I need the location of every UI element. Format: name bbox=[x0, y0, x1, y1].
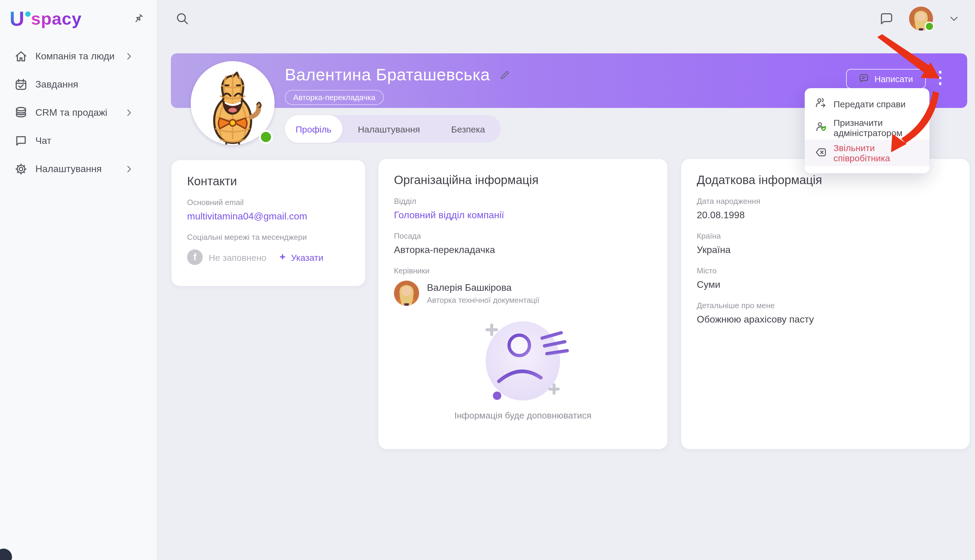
topbar-chat-icon[interactable] bbox=[879, 12, 893, 26]
about-label: Детальніше про мене bbox=[697, 301, 954, 310]
peanut-avatar-illustration bbox=[197, 70, 268, 145]
sidebar-item-crm[interactable]: CRM та продажі bbox=[0, 98, 157, 127]
manager-name: Валерія Башкірова bbox=[427, 282, 539, 293]
about-value: Обожнюю арахісову пасту bbox=[697, 314, 954, 325]
sidebar-item-company-people[interactable]: Компанія та люди bbox=[0, 42, 157, 70]
sidebar-item-label: Компанія та люди bbox=[35, 51, 115, 62]
menu-item-label: Звільнити співробітника bbox=[833, 143, 930, 163]
menu-item-dismiss-employee[interactable]: Звільнити співробітника bbox=[805, 140, 930, 166]
search-icon[interactable] bbox=[175, 12, 190, 26]
chevron-right-icon bbox=[124, 51, 134, 61]
department-link[interactable]: Головний відділ компанії bbox=[394, 210, 652, 221]
empty-state-illustration bbox=[463, 314, 583, 405]
card-title: Організаційна інформація bbox=[394, 173, 652, 187]
sidebar-item-label: Чат bbox=[35, 135, 51, 146]
role-badge: Авторка-перекладачка bbox=[285, 90, 384, 105]
sidebar-item-label: Налаштування bbox=[35, 163, 102, 174]
plus-icon: + bbox=[280, 251, 286, 263]
menu-item-transfer-cases[interactable]: Передати справи bbox=[805, 92, 930, 116]
sidebar-item-chat[interactable]: Чат bbox=[0, 127, 157, 155]
empty-state-caption: Інформація буде доповнюватися bbox=[394, 410, 652, 420]
dismiss-backspace-icon bbox=[815, 146, 827, 160]
chevron-right-icon bbox=[124, 108, 134, 117]
position-label: Посада bbox=[394, 232, 652, 240]
contacts-card: Контакти Основний email multivitamina04@… bbox=[172, 160, 365, 286]
birth-value: 20.08.1998 bbox=[697, 210, 954, 221]
sidebar: U spacy Компанія та люди bbox=[0, 0, 157, 560]
online-status-dot bbox=[925, 22, 934, 31]
write-button-label: Написати bbox=[875, 74, 913, 83]
message-icon bbox=[859, 73, 869, 85]
sidebar-nav: Компанія та люди Завдання CRM та продажі bbox=[0, 42, 157, 183]
chevron-right-icon bbox=[124, 164, 134, 173]
social-empty-text: Не заповнено bbox=[209, 252, 267, 262]
sidebar-item-settings[interactable]: Налаштування bbox=[0, 155, 157, 183]
sidebar-item-label: Завдання bbox=[35, 79, 78, 90]
email-link[interactable]: multivitamina04@gmail.com bbox=[187, 211, 350, 222]
uspacy-logo[interactable]: U spacy bbox=[10, 8, 82, 29]
country-label: Країна bbox=[697, 232, 954, 240]
employee-actions-menu: Передати справи Призначити адміністратор… bbox=[805, 88, 930, 173]
chevron-down-icon[interactable] bbox=[948, 13, 959, 24]
add-social-label: Указати bbox=[291, 252, 323, 262]
pin-sidebar-icon[interactable] bbox=[133, 13, 145, 25]
tab-settings[interactable]: Налаштування bbox=[342, 115, 435, 143]
home-icon bbox=[14, 50, 28, 63]
write-message-button[interactable]: Написати bbox=[846, 69, 926, 89]
country-value: Україна bbox=[697, 245, 954, 255]
online-status-dot bbox=[259, 130, 273, 144]
admin-person-shield-icon bbox=[815, 121, 827, 135]
chat-icon bbox=[14, 134, 28, 147]
logo-u-glyph: U bbox=[10, 8, 24, 29]
logo-text: spacy bbox=[31, 8, 82, 29]
sidebar-item-label: CRM та продажі bbox=[35, 107, 107, 118]
tab-profile[interactable]: Профіль bbox=[285, 115, 342, 143]
crm-stack-icon bbox=[14, 106, 28, 119]
empty-state: Інформація буде доповнюватися bbox=[394, 314, 652, 420]
more-actions-kebab-icon[interactable] bbox=[935, 63, 946, 92]
user-avatar[interactable] bbox=[909, 7, 933, 31]
managers-label: Керівники bbox=[394, 266, 652, 275]
add-social-button[interactable]: + Указати bbox=[280, 251, 323, 263]
position-value: Авторка-перекладачка bbox=[394, 245, 652, 255]
social-label: Соціальні мережі та месенджери bbox=[187, 233, 350, 242]
edit-name-icon[interactable] bbox=[500, 70, 510, 80]
card-title: Контакти bbox=[187, 175, 350, 188]
manager-row[interactable]: Валерія Башкірова Авторка технічної доку… bbox=[394, 281, 652, 306]
manager-role: Авторка технічної документації bbox=[427, 295, 539, 304]
tasks-calendar-icon bbox=[14, 78, 28, 91]
tab-security[interactable]: Безпека bbox=[436, 115, 501, 143]
profile-name: Валентина Браташевська bbox=[285, 65, 490, 85]
city-label: Місто bbox=[697, 266, 954, 275]
topbar bbox=[157, 0, 975, 37]
menu-item-label: Призначити адміністратором bbox=[833, 118, 930, 138]
menu-item-label: Передати справи bbox=[833, 98, 906, 109]
sidebar-item-tasks[interactable]: Завдання bbox=[0, 70, 157, 98]
additional-info-card: Додаткова інформація Дата народження 20.… bbox=[681, 159, 970, 449]
menu-item-make-admin[interactable]: Призначити адміністратором bbox=[805, 116, 930, 140]
facebook-icon: f bbox=[187, 249, 203, 265]
organization-card: Організаційна інформація Відділ Головний… bbox=[378, 159, 667, 449]
card-title: Додаткова інформація bbox=[697, 173, 954, 187]
logo-dot bbox=[25, 12, 30, 17]
city-value: Суми bbox=[697, 279, 954, 290]
transfer-person-icon bbox=[815, 97, 827, 111]
gear-icon bbox=[14, 162, 28, 175]
profile-tabs: Профіль Налаштування Безпека bbox=[285, 115, 501, 143]
birth-label: Дата народження bbox=[697, 197, 954, 206]
department-label: Відділ bbox=[394, 197, 652, 206]
manager-avatar bbox=[394, 281, 419, 306]
app-window: U spacy Компанія та люди bbox=[0, 0, 975, 560]
email-label: Основний email bbox=[187, 198, 350, 207]
